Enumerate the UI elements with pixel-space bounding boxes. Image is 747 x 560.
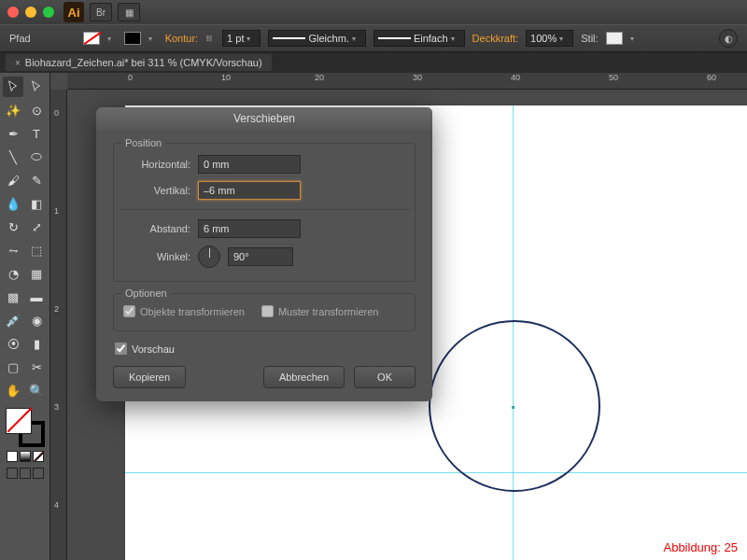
type-tool[interactable]: T	[26, 123, 47, 144]
move-dialog: Verschieben Position Horizontal: Vertika…	[96, 107, 432, 401]
shape-builder-tool[interactable]: ◔	[3, 263, 23, 284]
blob-brush-tool[interactable]: 💧	[3, 193, 23, 214]
color-mode-icon[interactable]	[7, 451, 18, 462]
bridge-button[interactable]: Br	[90, 3, 112, 21]
perspective-tool[interactable]: ▦	[26, 263, 47, 284]
ok-button[interactable]: OK	[354, 366, 416, 388]
free-transform-tool[interactable]: ⬚	[26, 240, 47, 260]
vorschau-checkbox[interactable]: Vorschau	[115, 343, 416, 355]
pencil-tool[interactable]: ✎	[26, 170, 47, 190]
horizontal-label: Horizontal:	[123, 159, 190, 170]
figure-caption: Abbildung: 25	[663, 540, 738, 554]
recolor-button[interactable]: ◐	[719, 29, 738, 48]
horizontal-input[interactable]	[198, 155, 301, 174]
selection-tool[interactable]	[3, 77, 23, 97]
screen-mode-row	[7, 468, 44, 479]
stroke-label: Kontur:	[165, 33, 198, 44]
rotate-tool[interactable]: ↻	[3, 217, 23, 237]
angle-dial-icon[interactable]	[198, 245, 220, 268]
vertikal-label: Vertikal:	[123, 185, 190, 196]
objekte-checkbox[interactable]: Objekte transformieren	[123, 305, 245, 317]
layout-button[interactable]: ▦	[118, 3, 140, 21]
options-bar: Pfad ▾ ▾ Kontur: ⛓ 1 pt▾ Gleichm.▾ Einfa…	[0, 24, 747, 52]
abstand-label: Abstand:	[123, 223, 190, 234]
line-tool[interactable]: ╲	[3, 147, 23, 167]
style-label: Stil:	[581, 33, 598, 44]
eyedropper-tool[interactable]: 💉	[3, 310, 23, 330]
tab-label: Biohazard_Zeichen.ai* bei 311 % (CMYK/Vo…	[25, 57, 262, 68]
muster-checkbox[interactable]: Muster transformieren	[261, 305, 379, 317]
none-mode-icon[interactable]	[33, 451, 44, 462]
tools-panel: ✨ ⊙ ✒ T ╲ 🖌 ✎ 💧 ◧ ↻ ⤢ ⥊ ⬚ ◔ ▦ ▩ ▬ 💉 ◉	[0, 73, 50, 560]
zoom-tool[interactable]: 🔍	[26, 380, 47, 400]
options-group: Optionen Objekte transformieren Muster t…	[113, 293, 416, 331]
abbrechen-button[interactable]: Abbrechen	[263, 366, 345, 388]
fill-swatch[interactable]	[83, 32, 100, 45]
ellipse-tool[interactable]	[26, 147, 47, 167]
stroke-width-profile[interactable]: Gleichm.▾	[268, 30, 365, 47]
mesh-tool[interactable]: ▩	[3, 287, 23, 307]
window-controls	[7, 7, 54, 18]
maximize-icon[interactable]	[43, 7, 54, 18]
opacity-label: Deckkraft:	[472, 33, 519, 44]
blend-tool[interactable]: ◉	[26, 310, 47, 330]
position-legend: Position	[121, 137, 165, 148]
vertikal-input[interactable]	[198, 181, 301, 200]
draw-inside-icon[interactable]	[33, 468, 44, 479]
circle-path[interactable]	[429, 320, 600, 492]
paintbrush-tool[interactable]: 🖌	[3, 170, 23, 190]
width-tool[interactable]: ⥊	[3, 240, 23, 260]
lasso-tool[interactable]: ⊙	[26, 100, 47, 120]
minimize-icon[interactable]	[25, 7, 36, 18]
pen-tool[interactable]: ✒	[3, 123, 23, 144]
selection-type-label: Pfad	[9, 33, 31, 44]
svg-point-0	[32, 154, 42, 161]
abstand-input[interactable]	[198, 219, 301, 238]
gradient-tool[interactable]: ▬	[26, 287, 47, 307]
slice-tool[interactable]: ✂	[26, 357, 47, 377]
winkel-label: Winkel:	[123, 251, 190, 262]
fill-color-icon[interactable]	[6, 408, 32, 434]
eraser-tool[interactable]: ◧	[26, 193, 47, 214]
ruler-horizontal[interactable]: 0 10 20 30 40 50 60	[67, 73, 747, 90]
graphic-style-swatch[interactable]	[606, 32, 623, 45]
winkel-input[interactable]	[228, 247, 293, 266]
titlebar: Ai Br ▦	[0, 0, 747, 24]
scale-tool[interactable]: ⤢	[26, 217, 47, 237]
close-tab-icon[interactable]: ×	[15, 58, 21, 68]
draw-behind-icon[interactable]	[20, 468, 31, 479]
direct-selection-tool[interactable]	[26, 77, 47, 97]
stroke-weight-select[interactable]: 1 pt▾	[222, 30, 261, 47]
dialog-title[interactable]: Verschieben	[96, 107, 432, 130]
app-logo: Ai	[63, 2, 84, 22]
ruler-vertical[interactable]: 0 1 2 3 4	[50, 90, 67, 560]
document-tabbar: × Biohazard_Zeichen.ai* bei 311 % (CMYK/…	[0, 52, 747, 73]
brush-select[interactable]: Einfach▾	[374, 30, 465, 47]
draw-normal-icon[interactable]	[7, 468, 18, 479]
stroke-swatch[interactable]	[124, 32, 141, 45]
close-icon[interactable]	[7, 7, 19, 18]
fill-stroke-control[interactable]	[6, 408, 45, 447]
stroke-link-icon[interactable]: ⛓	[205, 35, 215, 43]
artboard-tool[interactable]: ▢	[3, 357, 23, 377]
options-legend: Optionen	[121, 287, 171, 299]
opacity-select[interactable]: 100%▾	[526, 30, 573, 47]
gradient-mode-icon[interactable]	[20, 451, 31, 462]
column-graph-tool[interactable]: ▮	[26, 333, 47, 354]
document-tab[interactable]: × Biohazard_Zeichen.ai* bei 311 % (CMYK/…	[6, 54, 272, 71]
app-window: Ai Br ▦ Pfad ▾ ▾ Kontur: ⛓ 1 pt▾ Gleichm…	[0, 0, 747, 560]
position-group: Position Horizontal: Vertikal: Abstand: …	[113, 143, 416, 282]
symbol-sprayer-tool[interactable]: ⦿	[3, 333, 23, 354]
hand-tool[interactable]: ✋	[3, 380, 23, 400]
anchor-point-icon	[512, 406, 514, 409]
kopieren-button[interactable]: Kopieren	[113, 366, 186, 388]
color-mode-row	[7, 451, 44, 462]
guide-horizontal[interactable]	[125, 472, 747, 473]
magic-wand-tool[interactable]: ✨	[3, 100, 23, 120]
